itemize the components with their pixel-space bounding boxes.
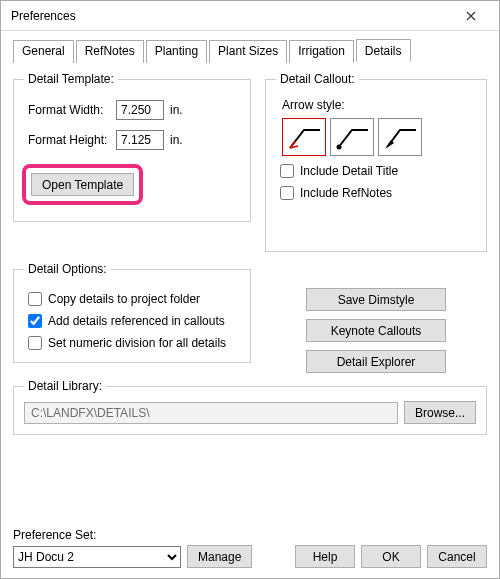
cancel-button[interactable]: Cancel xyxy=(427,545,487,568)
tab-general[interactable]: General xyxy=(13,40,74,63)
include-detail-title-checkbox[interactable] xyxy=(280,164,294,178)
include-refnotes-checkbox[interactable] xyxy=(280,186,294,200)
arrow-style-1[interactable] xyxy=(282,118,326,156)
detail-library-group: Detail Library: Browse... xyxy=(13,379,487,435)
format-width-input[interactable] xyxy=(116,100,164,120)
arrow-open-icon xyxy=(286,122,322,152)
format-height-input[interactable] xyxy=(116,130,164,150)
height-unit: in. xyxy=(170,133,183,147)
help-button[interactable]: Help xyxy=(295,545,355,568)
include-detail-title-label: Include Detail Title xyxy=(300,164,398,178)
tab-strip: General RefNotes Planting Plant Sizes Ir… xyxy=(13,39,487,62)
add-details-label: Add details referenced in callouts xyxy=(48,314,225,328)
manage-button[interactable]: Manage xyxy=(187,545,252,568)
format-width-label: Format Width: xyxy=(28,103,116,117)
bottom-bar: Preference Set: JH Docu 2 Manage Help OK… xyxy=(13,528,487,568)
right-button-column: Save Dimstyle Keynote Callouts Detail Ex… xyxy=(265,288,487,373)
close-icon xyxy=(466,11,476,21)
numeric-division-label: Set numeric division for all details xyxy=(48,336,226,350)
arrow-style-label: Arrow style: xyxy=(282,98,476,112)
detail-callout-group: Detail Callout: Arrow style: Include De xyxy=(265,72,487,252)
detail-template-group: Detail Template: Format Width: in. Forma… xyxy=(13,72,251,222)
tab-details[interactable]: Details xyxy=(356,39,411,62)
copy-details-checkbox[interactable] xyxy=(28,292,42,306)
save-dimstyle-button[interactable]: Save Dimstyle xyxy=(306,288,446,311)
format-height-label: Format Height: xyxy=(28,133,116,147)
keynote-callouts-button[interactable]: Keynote Callouts xyxy=(306,319,446,342)
ok-button[interactable]: OK xyxy=(361,545,421,568)
close-button[interactable] xyxy=(451,2,491,30)
detail-callout-legend: Detail Callout: xyxy=(276,72,359,86)
tab-planting[interactable]: Planting xyxy=(146,40,207,63)
detail-explorer-button[interactable]: Detail Explorer xyxy=(306,350,446,373)
open-template-button[interactable]: Open Template xyxy=(31,173,134,196)
detail-library-path xyxy=(24,402,398,424)
arrow-filled-icon xyxy=(382,122,418,152)
detail-library-legend: Detail Library: xyxy=(24,379,106,393)
tab-irrigation[interactable]: Irrigation xyxy=(289,40,354,63)
include-refnotes-label: Include RefNotes xyxy=(300,186,392,200)
preference-set-label: Preference Set: xyxy=(13,528,487,542)
svg-point-0 xyxy=(337,145,342,150)
width-unit: in. xyxy=(170,103,183,117)
window-title: Preferences xyxy=(11,9,451,23)
detail-template-legend: Detail Template: xyxy=(24,72,118,86)
title-bar: Preferences xyxy=(1,1,499,31)
open-template-highlight: Open Template xyxy=(22,164,143,205)
tab-plantsizes[interactable]: Plant Sizes xyxy=(209,40,287,63)
add-details-checkbox[interactable] xyxy=(28,314,42,328)
browse-button[interactable]: Browse... xyxy=(404,401,476,424)
arrow-dot-icon xyxy=(334,122,370,152)
dialog-content: General RefNotes Planting Plant Sizes Ir… xyxy=(1,31,499,578)
preferences-dialog: Preferences General RefNotes Planting Pl… xyxy=(0,0,500,579)
detail-options-group: Detail Options: Copy details to project … xyxy=(13,262,251,363)
arrow-style-2[interactable] xyxy=(330,118,374,156)
numeric-division-checkbox[interactable] xyxy=(28,336,42,350)
copy-details-label: Copy details to project folder xyxy=(48,292,200,306)
tab-refnotes[interactable]: RefNotes xyxy=(76,40,144,63)
detail-options-legend: Detail Options: xyxy=(24,262,111,276)
preference-set-select[interactable]: JH Docu 2 xyxy=(13,546,181,568)
arrow-style-3[interactable] xyxy=(378,118,422,156)
